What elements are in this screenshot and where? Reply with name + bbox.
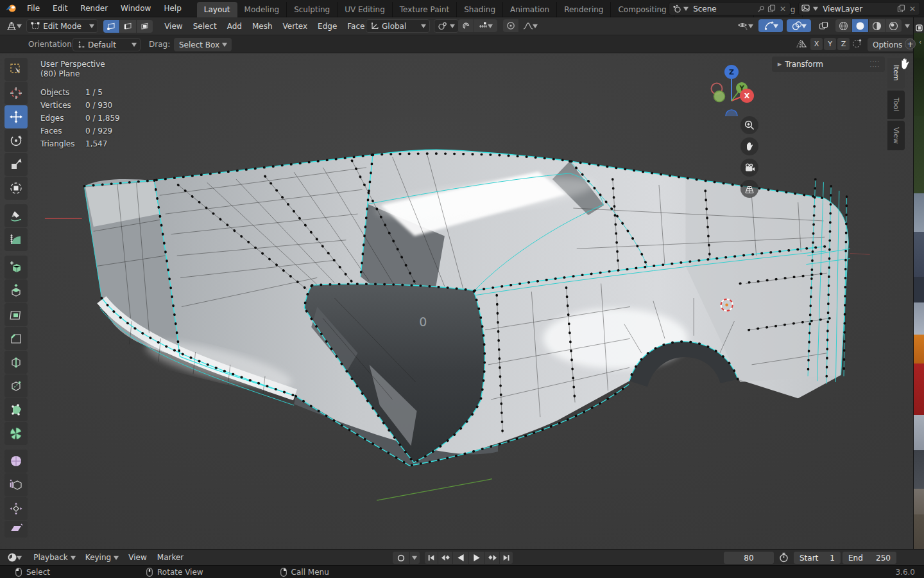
jump-to-end-button[interactable] [500, 552, 513, 564]
wireframe-shading-button[interactable] [835, 19, 851, 32]
overlays-toggle-button[interactable]: ▼ [787, 19, 811, 32]
play-reverse-button[interactable] [453, 552, 468, 564]
adjacent-editor-strip[interactable] [913, 17, 924, 565]
workspace-tab-sculpting[interactable]: Sculpting [287, 2, 338, 17]
navigation-gizmo[interactable]: Y Z X [706, 60, 765, 116]
workspace-tab-shading[interactable]: Shading [457, 2, 503, 17]
strip-editor-icon[interactable] [914, 22, 924, 33]
previous-keyframe-button[interactable] [438, 552, 452, 564]
face-select-button[interactable] [137, 20, 153, 33]
menu-edge[interactable]: Edge [312, 17, 342, 35]
zoom-button[interactable] [740, 116, 758, 134]
scene-selector[interactable]: ▼ Scene ✕ [669, 2, 791, 15]
object-visibility-button[interactable]: ▼ [736, 19, 755, 32]
tool-transform-button[interactable] [4, 177, 28, 200]
drag-mode-dropdown[interactable]: Select Box ▼ [174, 38, 232, 51]
mirror-y-button[interactable]: Y [824, 38, 836, 50]
menu-window[interactable]: Window [114, 0, 157, 17]
snap-base-icon[interactable] [851, 39, 862, 48]
workspace-tab-rendering[interactable]: Rendering [557, 2, 611, 17]
transform-orientation-dropdown[interactable]: Global ▼ [366, 19, 430, 33]
workspace-tab-uv-editing[interactable]: UV Editing [338, 2, 393, 17]
tool-measure-button[interactable] [4, 228, 28, 251]
tool-rotate-button[interactable] [4, 129, 28, 152]
panel-grip-icon[interactable]: ········ [870, 59, 880, 69]
viewlayer-selector[interactable]: ▼ ViewLayer ✕ [798, 2, 920, 15]
tool-add-cube-button[interactable] [4, 256, 28, 279]
auto-keying-dropdown[interactable]: ▼ [410, 552, 420, 564]
tool-select-box-button[interactable] [4, 58, 28, 81]
snap-toggle-button[interactable] [458, 19, 474, 32]
workspace-tab-layout[interactable]: Layout [197, 2, 237, 17]
new-scene-icon[interactable] [767, 4, 776, 13]
proportional-falloff-button[interactable]: ▼ [519, 19, 541, 32]
material-preview-button[interactable] [869, 19, 885, 32]
workspace-tab-compositing[interactable]: Compositing [611, 2, 674, 17]
tool-extrude-region-button[interactable] [4, 279, 28, 302]
viewport-3d[interactable]: 0 [0, 53, 924, 549]
rendered-shading-button[interactable] [886, 19, 902, 32]
current-frame-field[interactable]: 80 [724, 552, 774, 564]
pan-button[interactable] [740, 137, 758, 155]
jump-to-start-button[interactable] [425, 552, 438, 564]
blender-logo-icon[interactable] [5, 4, 17, 13]
close-icon[interactable]: ✕ [778, 4, 787, 13]
tool-bevel-button[interactable] [4, 327, 28, 350]
viewlayer-name[interactable]: ViewLayer [820, 4, 865, 13]
tool-smooth-button[interactable] [4, 450, 28, 473]
menu-vertex[interactable]: Vertex [278, 17, 313, 35]
mirror-z-button[interactable]: Z [837, 38, 850, 50]
tool-loop-cut-button[interactable] [4, 351, 28, 374]
tool-scale-button[interactable] [4, 153, 28, 176]
menu-mesh[interactable]: Mesh [247, 17, 278, 35]
add-overlay-button[interactable]: + [905, 39, 916, 49]
workspace-tab-modeling[interactable]: Modeling [237, 2, 287, 17]
tool-knife-button[interactable] [4, 374, 28, 398]
stopwatch-icon[interactable] [779, 552, 789, 563]
frame-start-field[interactable]: Start1 [794, 552, 841, 564]
menu-select[interactable]: Select [188, 17, 222, 35]
pin-icon[interactable] [757, 5, 765, 13]
solid-shading-button[interactable] [852, 19, 868, 32]
frame-end-field[interactable]: End250 [843, 552, 896, 564]
menu-help[interactable]: Help [157, 0, 187, 17]
snap-settings-button[interactable]: ▼ [474, 19, 497, 32]
collapse-arrow-icon[interactable]: ‹ [919, 39, 921, 46]
gizmos-toggle-button[interactable]: ▼ [758, 19, 783, 32]
tool-annotate-button[interactable] [4, 204, 28, 227]
menu-file[interactable]: File [21, 0, 46, 17]
menu-render[interactable]: Render [74, 0, 114, 17]
proportional-editing-button[interactable] [503, 19, 518, 32]
scene-name[interactable]: Scene [690, 4, 719, 13]
sidebar-tab-view[interactable]: View [887, 121, 905, 150]
mirror-icon[interactable] [796, 39, 807, 49]
next-keyframe-button[interactable] [485, 552, 499, 564]
mode-selector[interactable]: Edit Mode ▼ [26, 19, 98, 33]
play-button[interactable] [469, 552, 484, 564]
gizmo-minus-y[interactable] [714, 91, 725, 102]
camera-view-button[interactable] [740, 159, 758, 177]
edge-select-button[interactable] [120, 20, 136, 33]
orthographic-toggle-button[interactable] [740, 180, 758, 198]
menu-edit[interactable]: Edit [46, 0, 74, 17]
mirror-x-button[interactable]: X [810, 38, 823, 50]
gizmo-minus-z[interactable] [726, 110, 737, 116]
playback-menu[interactable]: Playback▼ [28, 551, 80, 565]
timeline-view-menu[interactable]: View [123, 548, 151, 566]
close-icon[interactable]: ✕ [908, 4, 917, 13]
tool-cursor-button[interactable] [4, 82, 28, 105]
menu-add[interactable]: Add [222, 17, 247, 35]
tool-shrink-fatten-button[interactable] [4, 497, 28, 520]
auto-keying-button[interactable] [393, 552, 409, 564]
xray-toggle-button[interactable] [815, 19, 832, 32]
new-viewlayer-icon[interactable] [897, 4, 905, 13]
tool-move-button[interactable] [4, 105, 28, 128]
tool-inset-faces-button[interactable] [4, 303, 28, 326]
tool-poly-build-button[interactable] [4, 398, 28, 421]
timeline-editor-type-button[interactable]: ▼ [5, 551, 23, 564]
tool-edge-slide-button[interactable] [4, 473, 28, 496]
workspace-tab-animation[interactable]: Animation [503, 2, 557, 17]
timeline-marker-menu[interactable]: Marker [152, 548, 189, 566]
editor-type-button[interactable]: ▼ [4, 20, 23, 33]
sidebar-tab-tool[interactable]: Tool [887, 91, 905, 119]
